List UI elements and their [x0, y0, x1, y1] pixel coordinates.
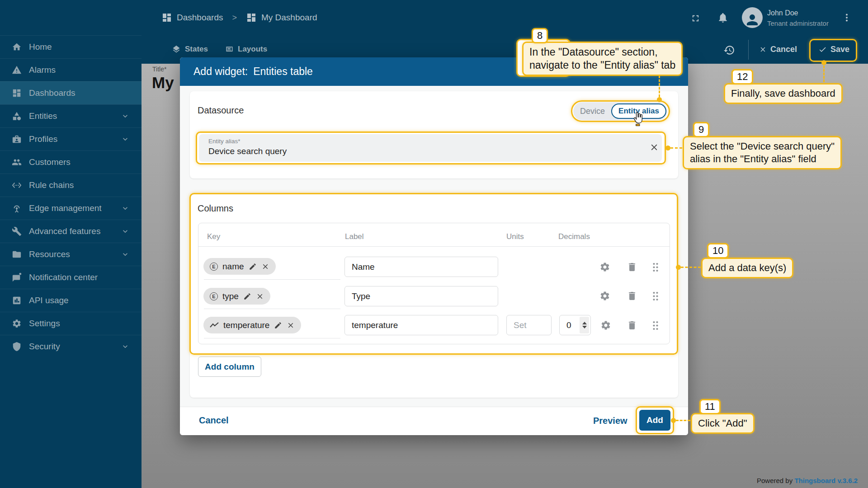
ethernet-icon: [12, 180, 22, 190]
datasource-heading: Datasource: [198, 105, 244, 116]
sidebar-item-profiles[interactable]: Profiles: [0, 127, 142, 150]
notifications-bell-icon[interactable]: [717, 12, 729, 23]
drag-handle-icon[interactable]: [652, 320, 659, 331]
step-callout: In the "Datasource" section, navigate to…: [522, 42, 683, 76]
layout-icon: [225, 45, 234, 54]
history-icon[interactable]: [723, 44, 735, 56]
fullscreen-icon[interactable]: [690, 13, 701, 23]
user-avatar[interactable]: [742, 7, 763, 28]
tools-icon: [12, 226, 22, 236]
table-header-divider: [198, 246, 670, 247]
chevron-down-icon: [121, 135, 130, 144]
sidebar-item-customers[interactable]: Customers: [0, 150, 142, 174]
step-callout: Select the "Device search query" alias i…: [683, 136, 842, 169]
drag-handle-icon[interactable]: [652, 262, 659, 272]
sidebar-item-notification-center[interactable]: Notification center: [0, 266, 142, 289]
step-badge: 8: [532, 28, 548, 43]
folder-icon: [12, 249, 22, 259]
columns-heading: Columns: [198, 203, 233, 214]
col-header-key: Key: [207, 232, 220, 241]
drag-handle-icon[interactable]: [652, 291, 659, 301]
add-column-button[interactable]: Add column: [198, 357, 261, 377]
breadcrumb-separator: >: [232, 13, 237, 23]
save-dashboard-button[interactable]: Save: [818, 45, 849, 54]
badge-icon: [12, 134, 22, 144]
stepper-arrows[interactable]: [580, 317, 589, 333]
connector-dot: [671, 418, 676, 423]
decimals-stepper[interactable]: 0: [559, 315, 591, 335]
sidebar-item-advanced-features[interactable]: Advanced features: [0, 220, 142, 243]
edit-key-icon[interactable]: [249, 263, 257, 271]
shapes-icon: [12, 111, 22, 121]
delete-column-icon[interactable]: [627, 320, 637, 331]
col-header-decimals: Decimals: [558, 232, 590, 241]
toggle-option-device[interactable]: Device: [580, 107, 605, 116]
key-chip-temperature[interactable]: temperature: [203, 317, 301, 333]
sidebar-item-rule-chains[interactable]: Rule chains: [0, 174, 142, 197]
cancel-edit-button[interactable]: Cancel: [759, 45, 797, 54]
dialog-add-button[interactable]: Add: [639, 410, 670, 431]
sidebar-item-security[interactable]: Security: [0, 335, 142, 358]
sidebar-item-resources[interactable]: Resources: [0, 243, 142, 266]
tab-states[interactable]: States: [172, 45, 208, 54]
column-settings-icon[interactable]: [600, 320, 611, 331]
toggle-option-entity-alias[interactable]: Entity alias: [611, 103, 666, 119]
preview-button[interactable]: Preview: [593, 416, 627, 426]
sidebar-item-dashboards[interactable]: Dashboards: [0, 81, 142, 104]
edit-key-icon[interactable]: [274, 321, 282, 329]
delete-column-icon[interactable]: [627, 262, 637, 272]
entity-field-icon: E: [210, 263, 218, 271]
col-header-label: Label: [345, 232, 364, 241]
home-icon: [12, 42, 22, 52]
entity-alias-label: Entity alias*: [208, 138, 241, 145]
sidebar-item-settings[interactable]: Settings: [0, 312, 142, 335]
shield-icon: [12, 342, 22, 352]
column-settings-icon[interactable]: [599, 291, 610, 301]
breadcrumb-dashboards[interactable]: Dashboards: [177, 13, 223, 23]
version-link[interactable]: Thingsboard v.3.6.2: [794, 477, 858, 484]
thingsboard-app: ⚙ ThingsBoard Dashboards > My Dashboard …: [0, 0, 868, 488]
sidebar-item-api-usage[interactable]: API usage: [0, 289, 142, 312]
sidebar-item-home[interactable]: Home: [0, 35, 142, 58]
remove-key-icon[interactable]: [287, 321, 295, 329]
column-settings-icon[interactable]: [599, 262, 610, 272]
connector-dot: [821, 60, 826, 65]
sidebar-item-edge-management[interactable]: Edge management: [0, 197, 142, 220]
chevron-down-icon: [121, 204, 130, 213]
step-badge: 9: [693, 122, 709, 137]
chevron-down-icon: [121, 250, 130, 259]
chevron-down-icon: [121, 227, 130, 236]
step-badge: 10: [707, 243, 729, 258]
more-vert-icon[interactable]: [842, 10, 852, 25]
sidebar-item-entities[interactable]: Entities: [0, 104, 142, 127]
dashboard-icon: [161, 12, 172, 23]
col-header-units: Units: [506, 232, 524, 241]
remove-key-icon[interactable]: [261, 263, 269, 271]
edit-key-icon[interactable]: [243, 292, 251, 300]
label-input-type[interactable]: [344, 286, 498, 306]
step-badge: 12: [731, 69, 753, 84]
sidebar-item-alarms[interactable]: Alarms: [0, 58, 142, 81]
dialog-cancel-button[interactable]: Cancel: [199, 415, 229, 426]
entity-alias-value: Device search query: [208, 146, 287, 156]
clear-alias-icon[interactable]: [649, 142, 659, 152]
warning-icon: [12, 65, 22, 75]
connector-dot: [676, 265, 681, 270]
breadcrumb-current: My Dashboard: [261, 13, 317, 23]
breadcrumb: Dashboards > My Dashboard: [161, 12, 317, 23]
dashboard-icon: [12, 88, 22, 98]
step-badge: 11: [699, 399, 721, 414]
connector-dot: [657, 97, 662, 102]
row-divider: [204, 309, 340, 309]
label-input-name[interactable]: [344, 257, 498, 277]
units-input[interactable]: [506, 315, 552, 335]
tab-layouts[interactable]: Layouts: [225, 45, 267, 54]
key-chip-type[interactable]: E type: [203, 288, 270, 305]
remove-key-icon[interactable]: [256, 292, 264, 300]
delete-column-icon[interactable]: [627, 291, 637, 301]
key-chip-name[interactable]: E name: [203, 258, 276, 275]
label-input-temperature[interactable]: [344, 315, 498, 335]
timeseries-icon: [210, 322, 219, 328]
dashboard-title-label: Title*: [152, 66, 166, 73]
chart-icon: [12, 296, 22, 305]
